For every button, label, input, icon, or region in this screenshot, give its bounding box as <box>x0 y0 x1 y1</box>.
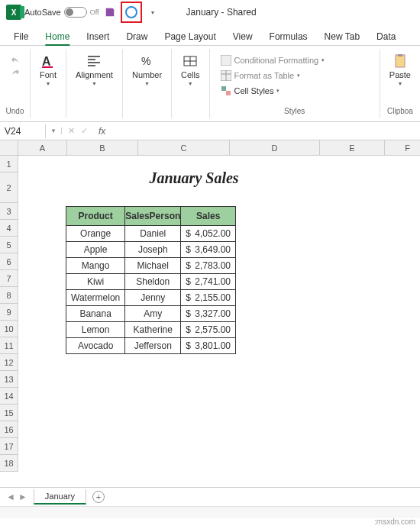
table-row[interactable]: WatermelonJenny$2,155.00 <box>66 290 236 306</box>
save-button[interactable] <box>102 5 118 20</box>
cell-product[interactable]: Mango <box>66 258 125 274</box>
cell-sales[interactable]: $4,052.00 <box>181 226 236 242</box>
toggle-switch-icon[interactable] <box>64 7 87 18</box>
cells-icon <box>183 53 198 69</box>
cell-product[interactable]: Apple <box>66 242 125 258</box>
cell-person[interactable]: Katherine <box>125 322 181 338</box>
name-box-dropdown[interactable]: ▼ <box>46 127 62 134</box>
number-button[interactable]: % Number ▼ <box>128 50 166 89</box>
new-sheet-button[interactable]: + <box>92 491 105 503</box>
highlighted-qat-button <box>121 2 142 23</box>
tab-formulas[interactable]: Formulas <box>262 27 315 45</box>
cell-sales[interactable]: $3,801.00 <box>181 338 236 354</box>
cell-product[interactable]: Lemon <box>66 322 125 338</box>
tab-new-tab[interactable]: New Tab <box>317 27 367 45</box>
row-header[interactable]: 2 <box>0 172 18 203</box>
table-row[interactable]: MangoMichael$2,783.00 <box>66 258 236 274</box>
col-header[interactable]: B <box>67 140 138 156</box>
sheet-nav-prev[interactable]: ◄ <box>6 492 15 502</box>
tab-insert[interactable]: Insert <box>79 27 117 45</box>
row-header[interactable]: 13 <box>0 371 18 388</box>
paste-button[interactable]: Paste ▼ <box>385 50 415 89</box>
cell-person[interactable]: Jefferson <box>125 338 181 354</box>
row-header[interactable]: 8 <box>0 287 18 304</box>
sync-button[interactable] <box>124 5 139 20</box>
col-header[interactable]: F <box>385 140 420 156</box>
table-row[interactable]: AvocadoJefferson$3,801.00 <box>66 338 236 354</box>
svg-rect-6 <box>221 86 226 91</box>
row-header[interactable]: 12 <box>0 354 18 371</box>
tab-home[interactable]: Home <box>37 27 77 45</box>
col-header[interactable]: E <box>320 140 385 156</box>
row-header[interactable]: 5 <box>0 237 18 253</box>
cell-product[interactable]: Kiwi <box>66 274 125 290</box>
sheet-tab-january[interactable]: January <box>34 489 86 505</box>
column-headers[interactable]: ABCDEF <box>18 140 420 156</box>
tab-draw[interactable]: Draw <box>118 27 155 45</box>
font-icon: A <box>40 53 56 69</box>
tab-file[interactable]: File <box>6 27 36 45</box>
cell-person[interactable]: Jenny <box>125 290 181 306</box>
cells-button[interactable]: Cells ▼ <box>176 50 204 89</box>
row-header[interactable]: 15 <box>0 405 18 421</box>
table-row[interactable]: KiwiSheldon$2,741.00 <box>66 274 236 290</box>
tab-view[interactable]: View <box>225 27 260 45</box>
sheet-nav-next[interactable]: ► <box>18 492 27 502</box>
header-product[interactable]: Product <box>66 207 125 226</box>
cell-sales[interactable]: $2,783.00 <box>181 258 236 274</box>
cell-product[interactable]: Banana <box>66 306 125 322</box>
autosave-toggle[interactable]: AutoSave Off <box>24 7 99 18</box>
row-headers[interactable]: 123456789101112131415161718 <box>0 156 18 472</box>
cell-person[interactable]: Michael <box>125 258 181 274</box>
row-header[interactable]: 17 <box>0 438 18 455</box>
cell-product[interactable]: Orange <box>66 226 125 242</box>
row-header[interactable]: 9 <box>0 304 18 321</box>
alignment-button[interactable]: Alignment ▼ <box>71 50 118 89</box>
table-row[interactable]: OrangeDaniel$4,052.00 <box>66 226 236 242</box>
table-row[interactable]: AppleJoseph$3,649.00 <box>66 242 236 258</box>
row-header[interactable]: 18 <box>0 455 18 472</box>
row-header[interactable]: 1 <box>0 156 18 172</box>
col-header[interactable]: A <box>18 140 67 156</box>
col-header[interactable]: D <box>230 140 320 156</box>
table-row[interactable]: LemonKatherine$2,575.00 <box>66 322 236 338</box>
fx-label[interactable]: fx <box>94 126 110 137</box>
cell-sales[interactable]: $3,649.00 <box>181 242 236 258</box>
header-sales[interactable]: Sales <box>181 207 236 226</box>
row-header[interactable]: 11 <box>0 337 18 354</box>
qat-customize-dropdown[interactable]: ▾ <box>145 5 160 20</box>
row-header[interactable]: 10 <box>0 321 18 337</box>
cell-sales[interactable]: $2,155.00 <box>181 290 236 306</box>
row-header[interactable]: 16 <box>0 421 18 438</box>
header-salesperson[interactable]: SalesPerson <box>125 207 181 226</box>
cell-person[interactable]: Joseph <box>125 242 181 258</box>
row-header[interactable]: 7 <box>0 270 18 287</box>
format-as-table-button[interactable]: Format as Table▾ <box>218 69 304 82</box>
cell-styles-button[interactable]: Cell Styles▾ <box>218 84 283 98</box>
cell-sales[interactable]: $3,327.00 <box>181 306 236 322</box>
name-box[interactable]: V24 <box>0 124 46 138</box>
row-header[interactable]: 14 <box>0 388 18 405</box>
row-header[interactable]: 3 <box>0 203 18 220</box>
row-header[interactable]: 6 <box>0 253 18 270</box>
conditional-formatting-button[interactable]: Conditional Formatting▾ <box>218 53 328 67</box>
select-all-corner[interactable] <box>0 140 18 156</box>
excel-icon: X <box>6 5 21 20</box>
font-button[interactable]: A Font ▼ <box>35 50 61 89</box>
table-row[interactable]: BananaAmy$3,327.00 <box>66 306 236 322</box>
redo-icon[interactable] <box>10 67 21 78</box>
cell-sales[interactable]: $2,741.00 <box>181 274 236 290</box>
cell-person[interactable]: Amy <box>125 306 181 322</box>
styles-icon <box>221 85 231 96</box>
cell-product[interactable]: Avocado <box>66 338 125 354</box>
tab-page-layout[interactable]: Page Layout <box>157 27 223 45</box>
spreadsheet-grid[interactable]: ABCDEF 123456789101112131415161718 Janua… <box>0 140 420 493</box>
row-header[interactable]: 4 <box>0 220 18 237</box>
cell-person[interactable]: Daniel <box>125 226 181 242</box>
cell-sales[interactable]: $2,575.00 <box>181 322 236 338</box>
undo-icon[interactable] <box>10 55 21 66</box>
cell-person[interactable]: Sheldon <box>125 274 181 290</box>
col-header[interactable]: C <box>138 140 230 156</box>
cell-product[interactable]: Watermelon <box>66 290 125 306</box>
tab-data[interactable]: Data <box>369 27 403 45</box>
